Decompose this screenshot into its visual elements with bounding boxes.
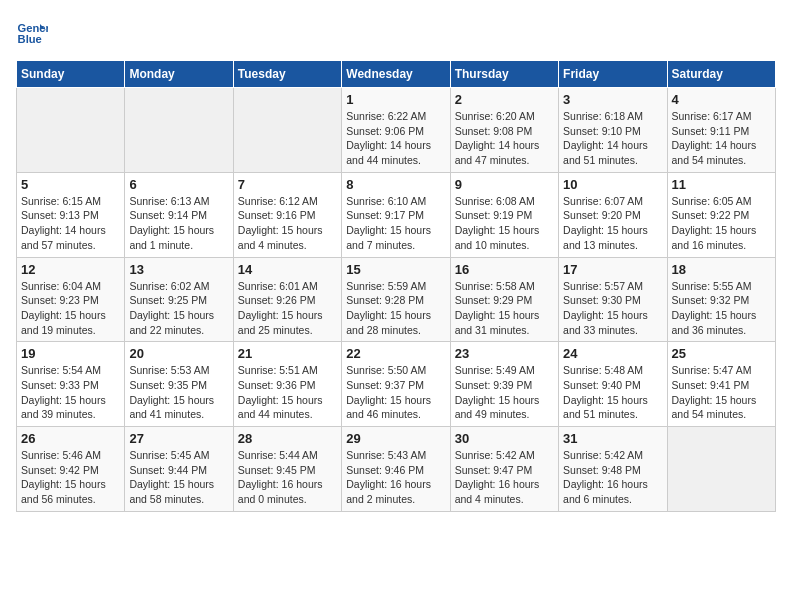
day-number: 14: [238, 262, 337, 277]
day-info: Sunrise: 5:49 AM Sunset: 9:39 PM Dayligh…: [455, 363, 554, 422]
day-info: Sunrise: 6:20 AM Sunset: 9:08 PM Dayligh…: [455, 109, 554, 168]
calendar-day-cell: 2Sunrise: 6:20 AM Sunset: 9:08 PM Daylig…: [450, 88, 558, 173]
day-info: Sunrise: 6:10 AM Sunset: 9:17 PM Dayligh…: [346, 194, 445, 253]
day-info: Sunrise: 5:42 AM Sunset: 9:47 PM Dayligh…: [455, 448, 554, 507]
day-number: 23: [455, 346, 554, 361]
calendar-day-cell: 7Sunrise: 6:12 AM Sunset: 9:16 PM Daylig…: [233, 172, 341, 257]
day-number: 16: [455, 262, 554, 277]
calendar-day-cell: 17Sunrise: 5:57 AM Sunset: 9:30 PM Dayli…: [559, 257, 667, 342]
calendar-day-cell: 13Sunrise: 6:02 AM Sunset: 9:25 PM Dayli…: [125, 257, 233, 342]
calendar-week-row: 12Sunrise: 6:04 AM Sunset: 9:23 PM Dayli…: [17, 257, 776, 342]
day-info: Sunrise: 5:43 AM Sunset: 9:46 PM Dayligh…: [346, 448, 445, 507]
calendar-day-cell: [667, 427, 775, 512]
logo-icon: General Blue: [16, 16, 48, 48]
day-number: 29: [346, 431, 445, 446]
calendar-day-cell: 9Sunrise: 6:08 AM Sunset: 9:19 PM Daylig…: [450, 172, 558, 257]
day-info: Sunrise: 6:02 AM Sunset: 9:25 PM Dayligh…: [129, 279, 228, 338]
day-number: 21: [238, 346, 337, 361]
day-number: 15: [346, 262, 445, 277]
day-info: Sunrise: 5:54 AM Sunset: 9:33 PM Dayligh…: [21, 363, 120, 422]
day-number: 11: [672, 177, 771, 192]
calendar-day-cell: 24Sunrise: 5:48 AM Sunset: 9:40 PM Dayli…: [559, 342, 667, 427]
day-number: 19: [21, 346, 120, 361]
day-number: 1: [346, 92, 445, 107]
day-number: 28: [238, 431, 337, 446]
day-number: 25: [672, 346, 771, 361]
calendar-week-row: 5Sunrise: 6:15 AM Sunset: 9:13 PM Daylig…: [17, 172, 776, 257]
day-number: 5: [21, 177, 120, 192]
calendar-day-cell: 15Sunrise: 5:59 AM Sunset: 9:28 PM Dayli…: [342, 257, 450, 342]
day-info: Sunrise: 5:47 AM Sunset: 9:41 PM Dayligh…: [672, 363, 771, 422]
calendar-week-row: 26Sunrise: 5:46 AM Sunset: 9:42 PM Dayli…: [17, 427, 776, 512]
calendar-day-cell: 4Sunrise: 6:17 AM Sunset: 9:11 PM Daylig…: [667, 88, 775, 173]
calendar-day-cell: 3Sunrise: 6:18 AM Sunset: 9:10 PM Daylig…: [559, 88, 667, 173]
calendar-day-cell: 1Sunrise: 6:22 AM Sunset: 9:06 PM Daylig…: [342, 88, 450, 173]
weekday-header: Saturday: [667, 61, 775, 88]
day-info: Sunrise: 5:50 AM Sunset: 9:37 PM Dayligh…: [346, 363, 445, 422]
day-number: 6: [129, 177, 228, 192]
day-info: Sunrise: 6:04 AM Sunset: 9:23 PM Dayligh…: [21, 279, 120, 338]
day-number: 10: [563, 177, 662, 192]
day-number: 17: [563, 262, 662, 277]
day-info: Sunrise: 5:58 AM Sunset: 9:29 PM Dayligh…: [455, 279, 554, 338]
weekday-header: Tuesday: [233, 61, 341, 88]
day-info: Sunrise: 6:13 AM Sunset: 9:14 PM Dayligh…: [129, 194, 228, 253]
calendar-day-cell: 23Sunrise: 5:49 AM Sunset: 9:39 PM Dayli…: [450, 342, 558, 427]
day-info: Sunrise: 5:42 AM Sunset: 9:48 PM Dayligh…: [563, 448, 662, 507]
calendar-day-cell: 14Sunrise: 6:01 AM Sunset: 9:26 PM Dayli…: [233, 257, 341, 342]
calendar-header-row: SundayMondayTuesdayWednesdayThursdayFrid…: [17, 61, 776, 88]
calendar-day-cell: 20Sunrise: 5:53 AM Sunset: 9:35 PM Dayli…: [125, 342, 233, 427]
calendar-day-cell: [233, 88, 341, 173]
day-info: Sunrise: 6:01 AM Sunset: 9:26 PM Dayligh…: [238, 279, 337, 338]
day-info: Sunrise: 6:05 AM Sunset: 9:22 PM Dayligh…: [672, 194, 771, 253]
svg-text:Blue: Blue: [18, 33, 42, 45]
day-number: 9: [455, 177, 554, 192]
calendar-week-row: 1Sunrise: 6:22 AM Sunset: 9:06 PM Daylig…: [17, 88, 776, 173]
calendar-day-cell: 10Sunrise: 6:07 AM Sunset: 9:20 PM Dayli…: [559, 172, 667, 257]
day-number: 20: [129, 346, 228, 361]
day-number: 27: [129, 431, 228, 446]
day-info: Sunrise: 5:53 AM Sunset: 9:35 PM Dayligh…: [129, 363, 228, 422]
day-info: Sunrise: 5:44 AM Sunset: 9:45 PM Dayligh…: [238, 448, 337, 507]
day-info: Sunrise: 5:59 AM Sunset: 9:28 PM Dayligh…: [346, 279, 445, 338]
calendar-day-cell: 30Sunrise: 5:42 AM Sunset: 9:47 PM Dayli…: [450, 427, 558, 512]
day-info: Sunrise: 6:07 AM Sunset: 9:20 PM Dayligh…: [563, 194, 662, 253]
calendar-day-cell: 12Sunrise: 6:04 AM Sunset: 9:23 PM Dayli…: [17, 257, 125, 342]
logo: General Blue: [16, 16, 52, 48]
calendar-day-cell: 6Sunrise: 6:13 AM Sunset: 9:14 PM Daylig…: [125, 172, 233, 257]
calendar-day-cell: 11Sunrise: 6:05 AM Sunset: 9:22 PM Dayli…: [667, 172, 775, 257]
day-number: 7: [238, 177, 337, 192]
weekday-header: Monday: [125, 61, 233, 88]
day-info: Sunrise: 5:46 AM Sunset: 9:42 PM Dayligh…: [21, 448, 120, 507]
day-info: Sunrise: 6:22 AM Sunset: 9:06 PM Dayligh…: [346, 109, 445, 168]
calendar-day-cell: 8Sunrise: 6:10 AM Sunset: 9:17 PM Daylig…: [342, 172, 450, 257]
calendar-day-cell: 28Sunrise: 5:44 AM Sunset: 9:45 PM Dayli…: [233, 427, 341, 512]
page-header: General Blue: [16, 16, 776, 48]
calendar-day-cell: 31Sunrise: 5:42 AM Sunset: 9:48 PM Dayli…: [559, 427, 667, 512]
calendar-day-cell: 19Sunrise: 5:54 AM Sunset: 9:33 PM Dayli…: [17, 342, 125, 427]
calendar-day-cell: 18Sunrise: 5:55 AM Sunset: 9:32 PM Dayli…: [667, 257, 775, 342]
calendar-day-cell: 29Sunrise: 5:43 AM Sunset: 9:46 PM Dayli…: [342, 427, 450, 512]
calendar-day-cell: [125, 88, 233, 173]
day-info: Sunrise: 6:18 AM Sunset: 9:10 PM Dayligh…: [563, 109, 662, 168]
calendar-day-cell: 16Sunrise: 5:58 AM Sunset: 9:29 PM Dayli…: [450, 257, 558, 342]
day-number: 30: [455, 431, 554, 446]
day-number: 8: [346, 177, 445, 192]
day-number: 13: [129, 262, 228, 277]
day-info: Sunrise: 5:51 AM Sunset: 9:36 PM Dayligh…: [238, 363, 337, 422]
calendar-day-cell: 21Sunrise: 5:51 AM Sunset: 9:36 PM Dayli…: [233, 342, 341, 427]
weekday-header: Wednesday: [342, 61, 450, 88]
day-info: Sunrise: 6:15 AM Sunset: 9:13 PM Dayligh…: [21, 194, 120, 253]
calendar-week-row: 19Sunrise: 5:54 AM Sunset: 9:33 PM Dayli…: [17, 342, 776, 427]
day-number: 18: [672, 262, 771, 277]
day-info: Sunrise: 5:55 AM Sunset: 9:32 PM Dayligh…: [672, 279, 771, 338]
day-info: Sunrise: 5:45 AM Sunset: 9:44 PM Dayligh…: [129, 448, 228, 507]
day-number: 12: [21, 262, 120, 277]
day-number: 2: [455, 92, 554, 107]
weekday-header: Friday: [559, 61, 667, 88]
weekday-header: Thursday: [450, 61, 558, 88]
day-info: Sunrise: 6:08 AM Sunset: 9:19 PM Dayligh…: [455, 194, 554, 253]
day-number: 24: [563, 346, 662, 361]
calendar-day-cell: 25Sunrise: 5:47 AM Sunset: 9:41 PM Dayli…: [667, 342, 775, 427]
day-info: Sunrise: 6:12 AM Sunset: 9:16 PM Dayligh…: [238, 194, 337, 253]
